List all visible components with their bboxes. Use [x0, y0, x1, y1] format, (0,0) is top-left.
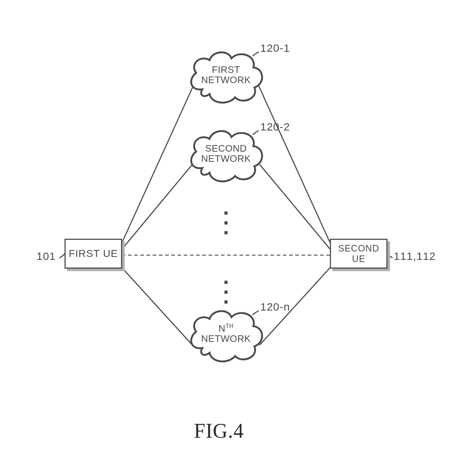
nth-network-ref: 120-n: [260, 301, 290, 313]
ellipsis-vertical-upper: ...: [221, 202, 231, 232]
second-network-cloud: SECOND NETWORK: [186, 126, 266, 184]
svg-line-2: [122, 165, 192, 249]
diagram-canvas: FIRST UE 101 SECOND UE 111,112 FIRST NET…: [0, 0, 452, 476]
second-ue-label: SECOND UE: [331, 243, 386, 264]
nth-network-cloud: NTH NETWORK: [186, 306, 266, 364]
first-network-line1: FIRST: [212, 64, 240, 75]
first-ue-ref: 101: [36, 250, 56, 262]
nth-network-line2: NETWORK: [201, 333, 251, 344]
nth-network-suffix: TH: [225, 323, 233, 329]
svg-line-3: [260, 165, 330, 249]
figure-caption: FIG.4: [194, 419, 244, 442]
first-network-cloud: FIRST NETWORK: [186, 47, 266, 106]
svg-line-4: [122, 268, 192, 345]
first-network-ref: 120-1: [260, 42, 290, 54]
second-network-ref: 120-2: [260, 121, 290, 133]
svg-line-0: [122, 86, 193, 242]
second-ue-box: SECOND UE: [330, 239, 387, 269]
nth-network-prefix: N: [218, 323, 225, 334]
first-network-line2: NETWORK: [201, 74, 251, 85]
second-network-line1: SECOND: [205, 143, 247, 154]
first-ue-label: FIRST UE: [69, 248, 118, 260]
second-ue-ref: 111,112: [394, 250, 436, 262]
first-ue-box: FIRST UE: [65, 239, 122, 269]
ellipsis-vertical-lower: ...: [221, 272, 231, 301]
svg-line-1: [259, 86, 330, 242]
second-network-line2: NETWORK: [201, 153, 251, 164]
